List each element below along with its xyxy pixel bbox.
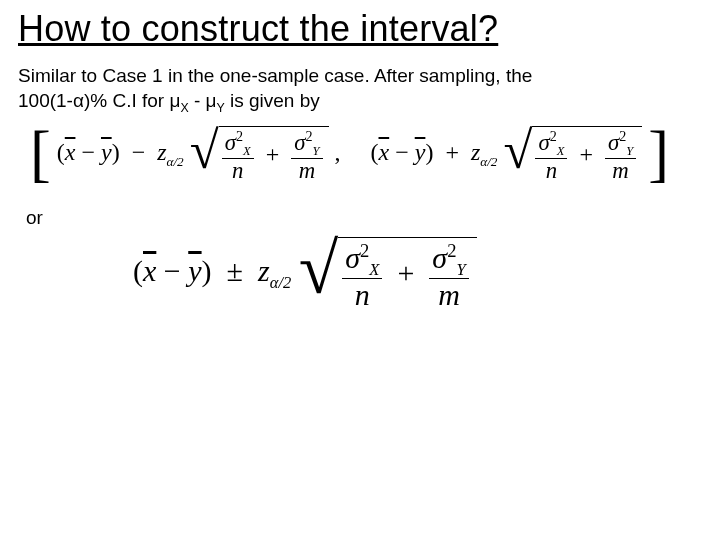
suby3: Y — [456, 260, 465, 279]
m2: m — [605, 158, 636, 183]
sq2: 2 — [305, 128, 312, 144]
sig4: σ — [608, 129, 619, 154]
frac-sy-m-3: σ2Y m — [429, 241, 468, 311]
minus-outer1: − — [132, 139, 146, 165]
sq5: 2 — [360, 240, 369, 261]
sig2: σ — [294, 129, 305, 154]
intro-sub-y: Y — [216, 100, 224, 114]
plus3: + — [397, 256, 414, 289]
plus2: + — [579, 140, 593, 166]
comma: , — [335, 139, 341, 165]
or-label: or — [26, 207, 702, 229]
lpar2: ( — [371, 139, 379, 165]
xbar1: x — [65, 139, 76, 165]
ybar1: y — [101, 139, 112, 165]
plus1: + — [266, 140, 280, 166]
n3: n — [342, 278, 382, 311]
suby1: Y — [313, 144, 320, 158]
lpar3: ( — [133, 254, 143, 287]
subx3: X — [369, 260, 379, 279]
frac-sx-n-1: σ2X n — [222, 129, 254, 183]
frac-sx-n-3: σ2X n — [342, 241, 382, 311]
intro-text: Similar to Case 1 in the one-sample case… — [18, 64, 702, 116]
m3: m — [429, 278, 468, 311]
sqrt1: √ σ2X n + σ2Y m — [190, 126, 329, 183]
formula-interval: [ (x − y) − zα/2 √ σ2X n + σ2Y m , (x − … — [18, 126, 702, 183]
n2: n — [535, 158, 567, 183]
sqrt3: √ σ2X n + σ2Y m — [299, 237, 477, 311]
minus2: − — [395, 139, 409, 165]
intro-ci-prefix: 100(1-α)% C.I for μ — [18, 90, 180, 111]
suby2: Y — [626, 144, 633, 158]
z2: z — [471, 139, 480, 165]
intro-sub-x: X — [180, 100, 188, 114]
alpha2: α/2 — [480, 153, 497, 168]
z1: z — [157, 139, 166, 165]
frac-sy-m-1: σ2Y m — [291, 129, 322, 183]
minus1: − — [81, 139, 95, 165]
frac-sy-m-2: σ2Y m — [605, 129, 636, 183]
intro-mid: - μ — [189, 90, 217, 111]
sq1: 2 — [236, 128, 243, 144]
rpar2: ) — [425, 139, 433, 165]
intro-suffix: is given by — [225, 90, 320, 111]
alpha3: α/2 — [270, 273, 292, 292]
ybar3: y — [188, 254, 201, 287]
xbar2: x — [379, 139, 390, 165]
sig5: σ — [345, 241, 360, 274]
intro-line1: Similar to Case 1 in the one-sample case… — [18, 65, 532, 86]
radical-icon-2: √ — [503, 129, 532, 186]
xbar3: x — [143, 254, 156, 287]
n1: n — [222, 158, 254, 183]
subx2: X — [557, 144, 565, 158]
sig1: σ — [225, 129, 236, 154]
sig3: σ — [538, 129, 549, 154]
formula-pm: (x − y) ± zα/2 √ σ2X n + σ2Y m — [18, 237, 702, 311]
radical-icon: √ — [190, 129, 219, 186]
subx1: X — [243, 144, 251, 158]
rpar3: ) — [202, 254, 212, 287]
m1: m — [291, 158, 322, 183]
minus3: − — [164, 254, 181, 287]
sqrt2: √ σ2X n + σ2Y m — [503, 126, 642, 183]
rpar1: ) — [112, 139, 120, 165]
sig6: σ — [432, 241, 447, 274]
sq4: 2 — [619, 128, 626, 144]
sq3: 2 — [550, 128, 557, 144]
plusminus: ± — [227, 254, 243, 287]
ybar2: y — [415, 139, 426, 165]
lpar1: ( — [57, 139, 65, 165]
sq6: 2 — [447, 240, 456, 261]
frac-sx-n-2: σ2X n — [535, 129, 567, 183]
radical-icon-3: √ — [299, 241, 339, 315]
plus-outer2: + — [445, 139, 459, 165]
slide-title: How to construct the interval? — [18, 8, 702, 50]
alpha1: α/2 — [167, 153, 184, 168]
z3: z — [258, 254, 270, 287]
